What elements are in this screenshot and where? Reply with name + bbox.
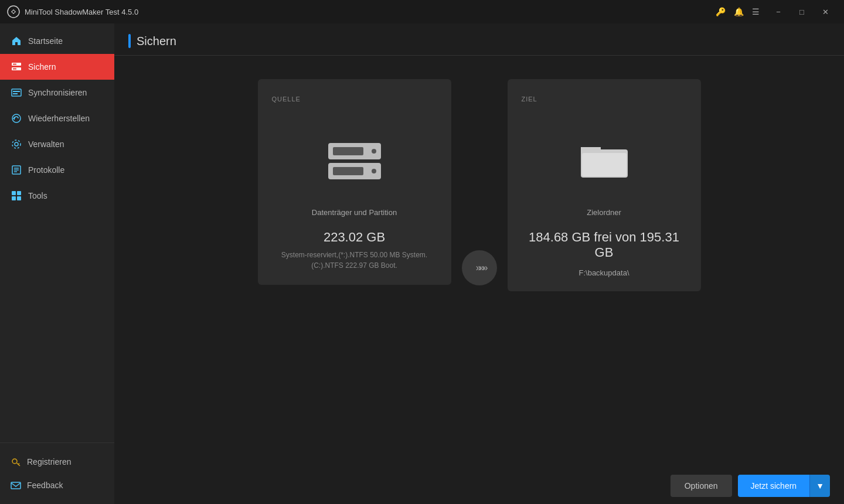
sidebar-label-registrieren: Registrieren (27, 457, 71, 466)
content-area: Sichern QUELLE (114, 23, 844, 504)
disk-dot-top (372, 149, 376, 154)
source-icon-area (272, 114, 437, 208)
disk-dot-bottom (372, 169, 376, 173)
svg-point-1 (12, 11, 15, 13)
svg-point-12 (12, 140, 21, 148)
svg-rect-17 (12, 191, 16, 195)
page-title: Sichern (137, 35, 176, 48)
backup-button-group: Jetzt sichern ▼ (738, 475, 830, 497)
sidebar-label-startseite: Startseite (28, 36, 63, 46)
folder-icon (581, 142, 628, 181)
target-free-space: 184.68 GB frei von 195.31 GB (522, 230, 687, 260)
page-title-bar: Sichern (128, 34, 176, 48)
maximize-button[interactable]: □ (790, 0, 814, 23)
titlebar: MiniTool ShadowMaker Test 4.5.0 🔑 🔔 ☰ − … (0, 0, 844, 23)
sidebar-label-tools: Tools (28, 191, 47, 200)
svg-point-11 (15, 142, 18, 146)
svg-rect-3 (13, 64, 16, 65)
sidebar-item-registrieren[interactable]: Registrieren (0, 450, 114, 474)
disk-top (328, 143, 381, 159)
sidebar-item-protokolle[interactable]: Protokolle (0, 157, 114, 183)
source-type-label: Datenträger und Partition (312, 208, 397, 217)
arrow-button[interactable]: »»» (462, 250, 497, 285)
main-layout: Startseite Sichern (0, 23, 844, 504)
titlebar-icons: 🔑 🔔 ☰ (716, 7, 760, 16)
target-path: F:\backupdata\ (579, 268, 629, 277)
sidebar-item-wiederherstellen[interactable]: Wiederherstellen (0, 105, 114, 131)
svg-rect-8 (13, 93, 18, 94)
sidebar-item-sichern[interactable]: Sichern (0, 54, 114, 80)
app-title: MiniTool ShadowMaker Test 4.5.0 (25, 8, 716, 16)
sidebar-item-verwalten[interactable]: Verwalten (0, 131, 114, 157)
disk-bar-bottom (333, 167, 363, 175)
sidebar-item-startseite[interactable]: Startseite (0, 28, 114, 54)
svg-line-23 (18, 464, 19, 465)
envelope-icon (11, 480, 21, 491)
disk-bar-top (333, 147, 363, 155)
close-button[interactable]: ✕ (814, 0, 837, 23)
svg-rect-20 (17, 196, 21, 200)
svg-rect-19 (12, 196, 16, 200)
backup-icon (11, 61, 22, 73)
source-card-label: QUELLE (272, 96, 301, 103)
svg-marker-10 (13, 117, 15, 120)
home-icon (11, 35, 22, 47)
target-card[interactable]: ZIEL Zielordner 184.68 GB frei von 195.3… (508, 79, 701, 291)
page-header: Sichern (114, 23, 844, 56)
bottom-toolbar: Optionen Jetzt sichern ▼ (114, 468, 844, 504)
sidebar-label-wiederherstellen: Wiederherstellen (28, 114, 90, 123)
source-card[interactable]: QUELLE Datenträger und Partit (258, 79, 451, 285)
options-button[interactable]: Optionen (671, 475, 732, 497)
bell-icon[interactable]: 🔔 (734, 7, 744, 16)
manage-icon (11, 138, 22, 150)
backup-area: QUELLE Datenträger und Partit (114, 56, 844, 468)
svg-rect-24 (11, 482, 21, 489)
sidebar-nav: Startseite Sichern (0, 23, 114, 442)
target-type-label: Zielordner (587, 208, 621, 217)
target-card-label: ZIEL (522, 96, 537, 103)
arrow-symbol: »»» (475, 263, 486, 273)
disk-icon (328, 143, 381, 179)
sidebar-item-tools[interactable]: Tools (0, 183, 114, 209)
sidebar-label-feedback: Feedback (27, 481, 63, 490)
source-size: 223.02 GB (324, 230, 385, 245)
sidebar-label-sichern: Sichern (28, 62, 56, 71)
svg-rect-5 (13, 69, 16, 70)
key-sidebar-icon (11, 457, 21, 467)
minimize-button[interactable]: − (767, 0, 790, 23)
tools-icon (11, 190, 22, 202)
sidebar-label-verwalten: Verwalten (28, 139, 64, 149)
sidebar-item-feedback[interactable]: Feedback (0, 474, 114, 497)
target-icon-area (522, 114, 687, 208)
sidebar-label-synchronisieren: Synchronisieren (28, 88, 87, 97)
svg-rect-26 (581, 147, 601, 153)
sidebar-label-protokolle: Protokolle (28, 165, 64, 175)
svg-rect-7 (13, 91, 20, 92)
svg-rect-6 (12, 89, 21, 96)
window-controls: − □ ✕ (767, 0, 837, 23)
backup-dropdown-arrow[interactable]: ▼ (809, 475, 830, 497)
svg-rect-18 (17, 191, 21, 195)
sync-icon (11, 87, 22, 98)
restore-icon (11, 113, 22, 124)
logs-icon (11, 164, 22, 176)
svg-point-21 (12, 459, 17, 464)
menu-icon[interactable]: ☰ (752, 7, 760, 16)
sidebar-item-synchronisieren[interactable]: Synchronisieren (0, 80, 114, 105)
svg-rect-27 (582, 153, 627, 176)
title-accent (128, 34, 131, 48)
source-desc: System-reserviert,(*:).NTFS 50.00 MB Sys… (278, 250, 431, 271)
app-logo (7, 5, 20, 18)
key-icon[interactable]: 🔑 (716, 7, 726, 16)
sidebar-bottom: Registrieren Feedback (0, 442, 114, 504)
backup-now-button[interactable]: Jetzt sichern (738, 475, 810, 497)
disk-bottom (328, 163, 381, 179)
sidebar: Startseite Sichern (0, 23, 114, 504)
